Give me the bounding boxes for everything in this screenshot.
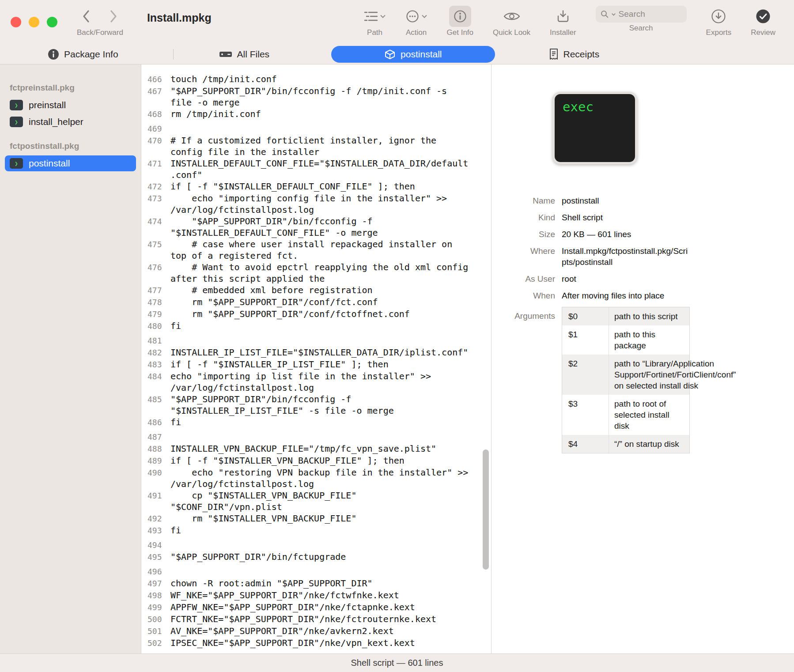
sidebar-item-postinstall-selected[interactable]: ❯ postinstall — [5, 155, 136, 171]
line-number: 496 — [147, 566, 170, 578]
info-field-row: Where Install.mpkg/fctpostinstall.pkg/Sc… — [499, 245, 690, 268]
line-text: if [ -f "$INSTALLER_IP_LIST_FILE" ]; the… — [170, 359, 468, 370]
get-info-button[interactable]: Get Info — [447, 0, 473, 37]
main-content: fctpreinstall.pkg ❯ preinstall ❯ install… — [0, 64, 794, 653]
status-bar: Shell script — 601 lines — [0, 653, 794, 672]
line-number: 481 — [147, 335, 170, 347]
back-button[interactable] — [81, 9, 91, 24]
field-label: When — [499, 290, 555, 301]
code-line: 497 chown -R root:admin "$APP_SUPPORT_DI… — [147, 578, 491, 589]
line-number: 469 — [147, 123, 170, 135]
line-number: 480 — [147, 321, 170, 332]
line-text: # Want to avoid epctrl reapplying the ol… — [170, 261, 468, 284]
search-icon — [601, 10, 609, 18]
code-line: 491 cp "$INSTALLER_VPN_BACKUP_FILE" "$CO… — [147, 490, 491, 513]
view-tabbar: Package Info All Files postinstall Recei… — [0, 44, 794, 64]
line-text: rm "$APP_SUPPORT_DIR"/conf/fctoffnet.con… — [170, 308, 468, 320]
code-line: 488 INSTALLER_VPN_BACKUP_FILE="/tmp/fc_v… — [147, 443, 491, 455]
chevron-left-icon — [84, 11, 88, 22]
line-number: 502 — [147, 638, 170, 649]
minimize-window-button[interactable] — [29, 17, 39, 27]
sidebar-item-install-helper[interactable]: ❯ install_helper — [5, 114, 136, 130]
window-title: Install.mpkg — [147, 11, 212, 24]
script-file-icon: ❯ — [10, 158, 23, 169]
line-number: 479 — [147, 309, 170, 320]
argument-row: $2 path to “Library/Application Support/… — [562, 355, 689, 395]
path-button[interactable]: Path — [364, 0, 386, 37]
line-number: 500 — [147, 614, 170, 625]
review-button[interactable]: Review — [751, 0, 775, 37]
code-line: 471 INSTALLER_DEFAULT_CONF_FILE="$INSTAL… — [147, 158, 491, 181]
code-line: 502 IPSEC_NKE="$APP_SUPPORT_DIR"/nke/vpn… — [147, 637, 491, 649]
toolbar-buttons: Path Action Get Info Quick Look — [364, 0, 794, 44]
line-text: INSTALLER_IP_LIST_FILE="$INSTALLER_DATA_… — [170, 347, 468, 358]
field-label: Where — [499, 245, 555, 257]
line-number: 478 — [147, 297, 170, 308]
sidebar-group-fctpreinstall: fctpreinstall.pkg ❯ preinstall ❯ install… — [0, 83, 141, 130]
line-number: 493 — [147, 525, 170, 536]
sidebar-item-preinstall[interactable]: ❯ preinstall — [5, 97, 136, 113]
vertical-scrollbar-thumb[interactable] — [483, 449, 489, 570]
close-window-button[interactable] — [11, 17, 21, 27]
code-line: 476 # Want to avoid epctrl reapplying th… — [147, 261, 491, 284]
line-text: WF_NKE="$APP_SUPPORT_DIR"/nke/fctwfnke.k… — [170, 589, 468, 601]
line-number: 474 — [147, 216, 170, 227]
line-text: INSTALLER_VPN_BACKUP_FILE="/tmp/fc_vpn_s… — [170, 443, 468, 454]
line-text: IPSEC_NKE="$APP_SUPPORT_DIR"/nke/vpn_kex… — [170, 637, 468, 649]
code-line: 482 INSTALLER_IP_LIST_FILE="$INSTALLER_D… — [147, 347, 491, 359]
line-number: 476 — [147, 262, 170, 273]
quick-look-button[interactable]: Quick Look — [493, 0, 530, 37]
code-line: 499 APPFW_NKE="$APP_SUPPORT_DIR"/nke/fct… — [147, 601, 491, 613]
script-code-viewer[interactable]: 466 touch /tmp/init.conf 467 "$APP_SUPPO… — [141, 64, 492, 653]
info-filled-icon — [48, 49, 59, 60]
line-text: echo "restoring VPN backup file in the i… — [170, 467, 468, 490]
code-line: 485 "$APP_SUPPORT_DIR"/bin/fcconfig -f "… — [147, 393, 491, 416]
code-line: 475 # case where user install repackaged… — [147, 238, 491, 261]
zoom-window-button[interactable] — [47, 17, 57, 27]
tab-receipts[interactable]: Receipts — [549, 48, 600, 60]
line-text: "$APP_SUPPORT_DIR"/bin/fcconfig -f "$INS… — [170, 393, 468, 416]
script-file-icon: ❯ — [10, 100, 23, 110]
export-download-icon — [711, 8, 726, 24]
installer-tray-icon — [556, 9, 570, 23]
line-text: if [ -f "$INSTALLER_DEFAULT_CONF_FILE" ]… — [170, 181, 468, 192]
code-line: 494 — [147, 536, 491, 551]
search-input[interactable]: Search — [596, 6, 687, 23]
info-fields: Name postinstall Kind Shell script Size … — [499, 195, 690, 301]
forward-button[interactable] — [109, 9, 118, 24]
line-text: FCTRT_NKE="$APP_SUPPORT_DIR"/nke/fctrout… — [170, 613, 468, 625]
drive-icon — [219, 49, 232, 60]
line-number: 494 — [147, 540, 170, 551]
tab-postinstall-selected[interactable]: postinstall — [331, 46, 495, 63]
code-line: 467 "$APP_SUPPORT_DIR"/bin/fcconfig -f /… — [147, 85, 491, 108]
line-number: 483 — [147, 359, 170, 370]
line-text: "$APP_SUPPORT_DIR"/bin/fcconfig -f /tmp/… — [170, 85, 468, 108]
line-number: 498 — [147, 590, 170, 601]
field-label: As User — [499, 273, 555, 284]
script-file-icon: ❯ — [10, 117, 23, 127]
back-forward-group: Back/Forward — [77, 0, 123, 44]
installer-button[interactable]: Installer — [550, 0, 576, 37]
tab-package-info[interactable]: Package Info — [48, 49, 118, 60]
line-number: 471 — [147, 158, 170, 170]
argument-name: $1 — [562, 325, 609, 355]
line-number: 501 — [147, 626, 170, 637]
line-text: fi — [170, 525, 468, 536]
eye-icon — [503, 11, 520, 22]
back-forward-label: Back/Forward — [77, 29, 123, 37]
exports-button[interactable]: Exports — [706, 0, 732, 37]
code-content: 466 touch /tmp/init.conf 467 "$APP_SUPPO… — [141, 64, 491, 653]
field-label: Kind — [499, 212, 555, 223]
line-text: # If a customized forticlient installer,… — [170, 135, 468, 158]
line-text: # embedded xml before registration — [170, 284, 468, 296]
argument-description: path to root of selected install disk — [609, 395, 689, 435]
info-field-row: Name postinstall — [499, 195, 690, 206]
line-number: 491 — [147, 490, 170, 502]
tab-all-files[interactable]: All Files — [219, 49, 270, 60]
line-number: 492 — [147, 513, 170, 525]
sidebar-group-fctpostinstall: fctpostinstall.pkg ❯ postinstall — [0, 141, 141, 171]
code-line: 470 # If a customized forticlient instal… — [147, 135, 491, 158]
code-line: 496 — [147, 563, 491, 578]
action-button[interactable]: Action — [405, 0, 427, 37]
code-line: 495 "$APP_SUPPORT_DIR"/bin/fctupgrade — [147, 551, 491, 563]
